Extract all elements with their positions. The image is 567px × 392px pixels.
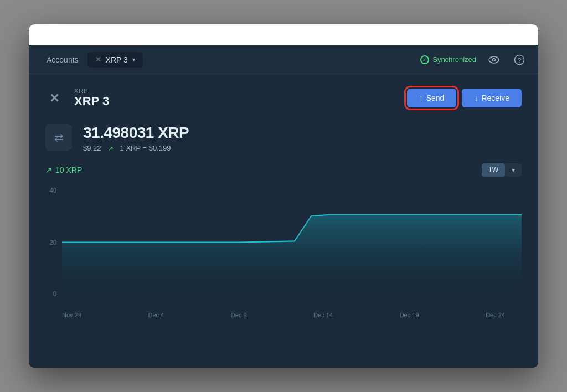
x-label-nov29: Nov 29: [62, 312, 81, 318]
accounts-link[interactable]: Accounts: [40, 52, 85, 68]
x-label-dec14: Dec 14: [313, 312, 333, 318]
change-value: 10 XRP: [55, 166, 82, 174]
svg-point-0: [489, 56, 499, 63]
rate-arrow-icon: ↗: [108, 145, 114, 152]
account-name-block: XRP XRP 3: [74, 87, 109, 109]
balance-info: 31.498031 XRP $9.22 ↗ 1 XRP = $0.199: [83, 124, 189, 152]
receive-down-icon: ↓: [474, 94, 478, 102]
chart-container: 40 20 0 Nov 29 Dec 4 Dec 9 Dec 14 Dec 19…: [45, 184, 522, 354]
balance-amount: 31.498031 XRP: [83, 124, 189, 142]
main-content: ✕ XRP XRP 3 ↑ Send ↓ Receive: [29, 74, 538, 368]
x-label-dec19: Dec 19: [400, 312, 419, 318]
change-row: ↗ 10 XRP 1W ▾: [45, 163, 522, 177]
x-label-dec24: Dec 24: [486, 312, 505, 318]
send-up-icon: ↑: [419, 94, 423, 102]
x-label-dec4: Dec 4: [148, 312, 164, 318]
send-button[interactable]: ↑ Send: [407, 89, 457, 107]
navbar: Accounts ✕ XRP 3 ▾ ✓ Synchronized ?: [29, 45, 538, 74]
eye-icon[interactable]: [486, 52, 502, 68]
account-ticker: XRP: [74, 87, 109, 94]
help-icon[interactable]: ?: [512, 52, 527, 68]
account-name: XRP 3: [74, 94, 109, 109]
sync-label: Synchronized: [432, 55, 476, 64]
change-arrow-icon: ↗: [45, 166, 52, 174]
svg-text:?: ?: [518, 56, 521, 63]
balance-section: ⇄ 31.498031 XRP $9.22 ↗ 1 XRP = $0.199: [45, 124, 522, 152]
receive-button[interactable]: ↓ Receive: [462, 89, 522, 107]
transfer-icon: ⇄: [45, 124, 72, 151]
sync-status: ✓ Synchronized: [420, 55, 476, 64]
account-title: ✕ XRP XRP 3: [45, 87, 109, 109]
svg-point-1: [493, 58, 496, 61]
svg-text:0: 0: [53, 291, 56, 298]
nav-right: ✓ Synchronized ?: [420, 52, 527, 68]
tab-label: XRP 3: [106, 55, 128, 64]
svg-text:✕: ✕: [49, 91, 59, 105]
svg-text:20: 20: [50, 239, 56, 246]
change-positive: ↗ 10 XRP: [45, 166, 82, 174]
account-header: ✕ XRP XRP 3 ↑ Send ↓ Receive: [45, 87, 522, 109]
period-expand-button[interactable]: ▾: [505, 163, 522, 177]
period-1w-button[interactable]: 1W: [482, 163, 505, 177]
action-buttons: ↑ Send ↓ Receive: [407, 89, 522, 107]
x-label-dec9: Dec 9: [231, 312, 247, 318]
balance-subrow: $9.22 ↗ 1 XRP = $0.199: [83, 144, 189, 152]
chevron-down-icon: ▾: [132, 56, 135, 63]
main-window: Accounts ✕ XRP 3 ▾ ✓ Synchronized ?: [29, 24, 538, 368]
chart-svg: 40 20 0: [45, 184, 522, 306]
period-selector: 1W ▾: [482, 163, 522, 177]
svg-text:40: 40: [50, 187, 56, 194]
chart-x-labels: Nov 29 Dec 4 Dec 9 Dec 14 Dec 19 Dec 24: [45, 308, 522, 318]
rate-value: 1 XRP = $0.199: [120, 144, 171, 152]
xrp-logo: ✕: [45, 87, 66, 109]
balance-usd: $9.22: [83, 144, 101, 152]
xrp-x-icon: ✕: [95, 55, 101, 64]
account-tab[interactable]: ✕ XRP 3 ▾: [87, 52, 143, 68]
titlebar: [29, 24, 538, 45]
sync-icon: ✓: [420, 55, 429, 64]
